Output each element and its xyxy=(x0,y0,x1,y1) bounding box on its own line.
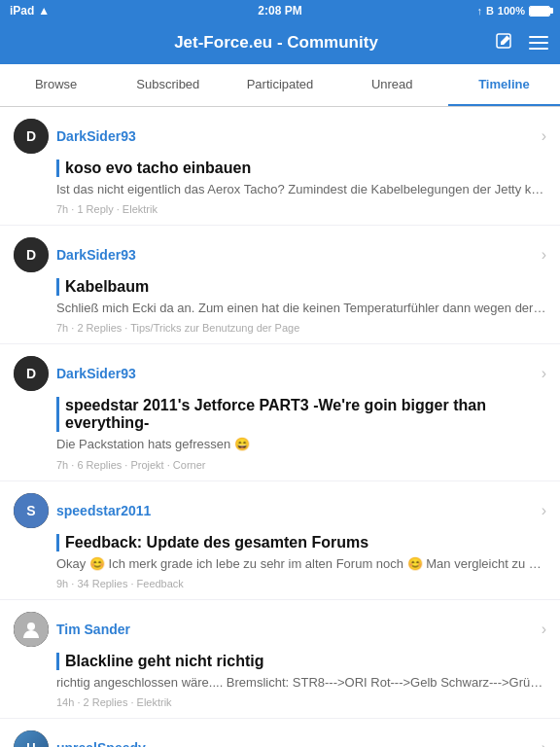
location-icon: ↑ xyxy=(476,5,482,17)
wifi-icon: ▲ xyxy=(38,4,50,18)
nav-title: Jet-Force.eu - Community xyxy=(58,33,494,53)
post-header-left: D DarkSider93 xyxy=(14,119,136,154)
compose-button[interactable] xyxy=(494,31,513,55)
post-card[interactable]: D DarkSider93 › speedstar 2011's Jetforc… xyxy=(0,344,560,480)
post-title: Kabelbaum xyxy=(56,278,546,296)
menu-button[interactable] xyxy=(529,36,548,50)
nav-bar: Jet-Force.eu - Community xyxy=(0,21,560,64)
status-bar-right: ↑ B 100% xyxy=(476,5,550,17)
username[interactable]: DarkSider93 xyxy=(56,128,136,144)
post-header-left: D DarkSider93 xyxy=(14,237,136,272)
post-meta: 7h · 6 Replies · Projekt · Corner xyxy=(56,459,546,471)
post-card[interactable]: S speedstar2011 › Feedback: Update des g… xyxy=(0,481,560,599)
post-header: D DarkSider93 › xyxy=(14,237,546,272)
post-card[interactable]: D DarkSider93 › Kabelbaum Schließ mich E… xyxy=(0,226,560,343)
post-meta: 14h · 2 Replies · Elektrik xyxy=(56,696,546,708)
post-title: speedstar 2011's Jetforce PART3 -We're g… xyxy=(56,397,546,432)
avatar: S xyxy=(14,493,49,528)
post-card[interactable]: D DarkSider93 › koso evo tacho einbauen … xyxy=(0,107,560,225)
status-bar-time: 2:08 PM xyxy=(258,4,301,18)
post-header: U unrealSpeedy › xyxy=(14,730,546,747)
post-preview: Okay 😊 Ich merk grade ich lebe zu sehr i… xyxy=(56,555,546,573)
status-bar: iPad ▲ 2:08 PM ↑ B 100% xyxy=(0,0,560,21)
tab-timeline[interactable]: Timeline xyxy=(448,64,560,106)
avatar: D xyxy=(14,119,49,154)
post-preview: Ist das nicht eigentlich das Aerox Tacho… xyxy=(56,181,546,198)
post-meta: 7h · 2 Replies · Tips/Tricks zur Benutzu… xyxy=(56,322,546,334)
tab-bar: Browse Subscribed Participated Unread Ti… xyxy=(0,64,560,107)
post-header: S speedstar2011 › xyxy=(14,493,546,528)
username[interactable]: DarkSider93 xyxy=(56,366,136,381)
avatar: U xyxy=(14,730,49,747)
battery-label: 100% xyxy=(498,5,525,17)
chevron-down-icon[interactable]: › xyxy=(542,621,546,638)
tab-unread[interactable]: Unread xyxy=(336,64,448,106)
post-preview: richtig angeschlossen wäre.... Bremslich… xyxy=(56,674,546,692)
avatar: D xyxy=(14,356,49,391)
post-header: D DarkSider93 › xyxy=(14,119,546,154)
chevron-down-icon[interactable]: › xyxy=(542,127,546,145)
nav-icons xyxy=(494,31,548,55)
username[interactable]: Tim Sander xyxy=(56,622,130,637)
username[interactable]: unrealSpeedy xyxy=(56,740,146,747)
chevron-down-icon[interactable]: › xyxy=(542,502,546,519)
tab-browse[interactable]: Browse xyxy=(0,64,112,106)
tab-participated[interactable]: Participated xyxy=(224,64,335,106)
post-header: D DarkSider93 › xyxy=(14,356,546,391)
chevron-down-icon[interactable]: › xyxy=(542,739,546,747)
bluetooth-icon: B xyxy=(486,5,494,17)
carrier-label: iPad xyxy=(10,4,34,18)
battery-icon xyxy=(529,6,550,17)
post-title: koso evo tacho einbauen xyxy=(56,160,546,177)
post-title: Blackline geht nicht richtig xyxy=(56,653,546,670)
post-header: Tim Sander › xyxy=(14,612,546,647)
username[interactable]: DarkSider93 xyxy=(56,247,136,263)
post-preview: Schließ mich Ecki da an. Zum einen hat d… xyxy=(56,300,546,317)
post-preview: Die Packstation hats gefressen 😄 xyxy=(56,436,546,453)
status-bar-left: iPad ▲ xyxy=(10,4,50,18)
post-header-left: Tim Sander xyxy=(14,612,130,647)
svg-point-1 xyxy=(27,622,35,630)
chevron-down-icon[interactable]: › xyxy=(542,246,546,264)
feed: D DarkSider93 › koso evo tacho einbauen … xyxy=(0,107,560,747)
avatar xyxy=(14,612,49,647)
tab-subscribed[interactable]: Subscribed xyxy=(112,64,224,106)
post-header-left: S speedstar2011 xyxy=(14,493,151,528)
username[interactable]: speedstar2011 xyxy=(56,503,151,518)
post-card[interactable]: U unrealSpeedy › xyxy=(0,719,560,747)
post-meta: 9h · 34 Replies · Feedback xyxy=(56,578,546,589)
post-card[interactable]: Tim Sander › Blackline geht nicht richti… xyxy=(0,600,560,718)
post-meta: 7h · 1 Reply · Elektrik xyxy=(56,203,546,215)
chevron-down-icon[interactable]: › xyxy=(542,365,546,382)
post-title: Feedback: Update des gesamten Forums xyxy=(56,534,546,551)
post-header-left: D DarkSider93 xyxy=(14,356,136,391)
avatar: D xyxy=(14,237,49,272)
post-header-left: U unrealSpeedy xyxy=(14,730,146,747)
